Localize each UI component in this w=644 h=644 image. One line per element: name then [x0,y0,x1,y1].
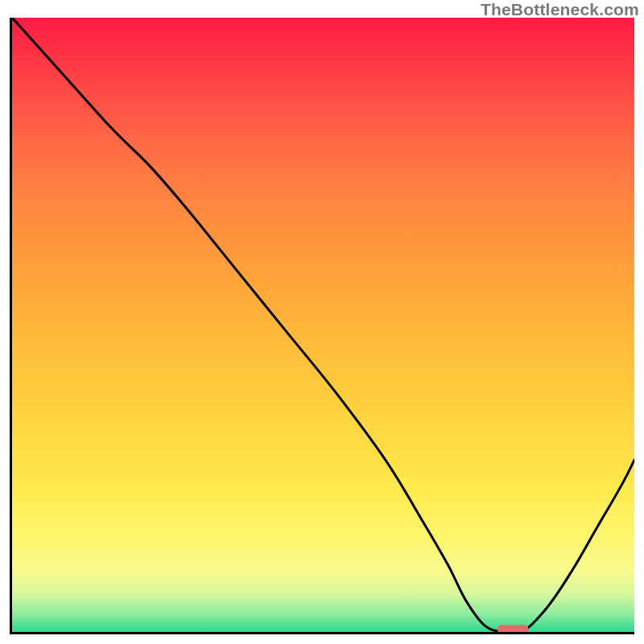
bottleneck-curve-path [12,18,634,632]
curve-layer [12,18,634,632]
watermark-text: TheBottleneck.com [481,0,639,19]
chart-container: TheBottleneck.com [0,0,644,644]
plot-area [10,18,634,634]
optimum-marker [497,625,529,632]
